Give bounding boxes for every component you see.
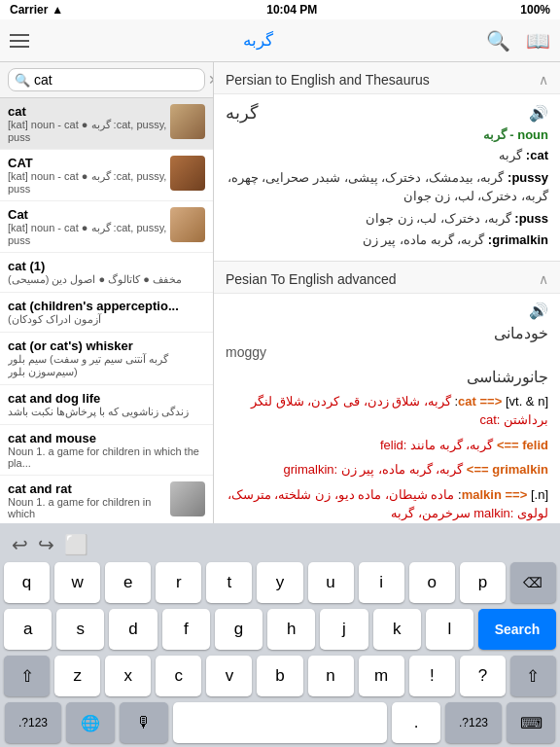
key-c[interactable]: c	[156, 656, 201, 696]
key-shift[interactable]: ⇧	[4, 656, 50, 696]
list-item[interactable]: cat (children's apperceptio... (آزمون اد…	[0, 293, 213, 333]
key-q[interactable]: q	[4, 562, 50, 603]
key-space[interactable]	[173, 702, 387, 743]
undo-button[interactable]: ↩	[12, 533, 28, 556]
result-text: Cat [kat] noun - cat ● گربه :cat, pussy,…	[8, 207, 170, 246]
key-globe[interactable]: 🌐	[66, 702, 115, 743]
results-list: cat [kat] noun - cat ● گربه :cat, pussy,…	[0, 98, 213, 523]
adv-word-2: جانورشناسی	[226, 368, 548, 386]
nav-bar: گربه 🔍 📖	[0, 19, 560, 62]
pos-line: noun - گربه	[226, 127, 548, 142]
adv-entry-cat: cat ==> [vt. & n]: گربه، شلاق زدن، قی کر…	[226, 392, 548, 430]
def-header-title-2: Pesian To English advanced	[226, 271, 397, 287]
result-text: cat and mouse Noun 1. a game for childre…	[8, 431, 205, 469]
list-item[interactable]: cat (or cat's) whisker گربه آنتنی سیم تی…	[0, 333, 213, 385]
nav-title: گربه	[243, 30, 273, 51]
key-s[interactable]: s	[56, 609, 104, 650]
def-header-2: Pesian To English advanced ∧	[214, 262, 560, 294]
list-item[interactable]: cat and dog life زندگی زناشویی که با پرخ…	[0, 385, 213, 425]
result-text: cat (children's apperceptio... (آزمون اد…	[8, 299, 205, 326]
key-i[interactable]: i	[359, 562, 404, 603]
list-item[interactable]: CAT [kat] noun - cat ● گربه :cat, pussy,…	[0, 150, 213, 201]
key-r[interactable]: r	[156, 562, 201, 603]
result-thumbnail	[170, 104, 205, 139]
search-icon-sm: 🔍	[15, 73, 30, 88]
list-item[interactable]: cat [kat] noun - cat ● گربه :cat, pussy,…	[0, 98, 213, 150]
def-entry-pussy: pussy: گربه، بیدمشک، دخترک، پیشی، شبدر ص…	[226, 168, 548, 206]
key-o[interactable]: o	[409, 562, 455, 603]
search-box: 🔍 ✕	[0, 62, 213, 98]
key-h[interactable]: h	[267, 609, 315, 650]
result-text: cat and rat Noun 1. a game for children …	[8, 481, 170, 519]
key-numbers[interactable]: .?123	[5, 702, 61, 743]
adv-word-header: 🔊	[226, 302, 548, 320]
key-backspace[interactable]: ⌫	[510, 562, 556, 603]
definition-section-2: Pesian To English advanced ∧ 🔊 خودمانی m…	[214, 262, 560, 524]
key-n[interactable]: n	[308, 656, 354, 696]
key-mic[interactable]: 🎙	[120, 702, 168, 743]
search-icon[interactable]: 🔍	[486, 29, 510, 53]
result-text: cat (1) مخفف ● کاتالوگ ● اصول دین (مسیحی…	[8, 259, 205, 286]
result-text: cat [kat] noun - cat ● گربه :cat, pussy,…	[8, 104, 170, 143]
result-text: cat (or cat's) whisker گربه آنتنی سیم تی…	[8, 338, 205, 378]
book-icon[interactable]: 📖	[526, 29, 550, 53]
status-bar: Carrier ▲ 10:04 PM 100%	[0, 0, 560, 19]
list-item[interactable]: Cat [kat] noun - cat ● گربه :cat, pussy,…	[0, 201, 213, 253]
key-k[interactable]: k	[373, 609, 421, 650]
kb-toolbar: ↩ ↪ ⬜	[4, 529, 556, 562]
definition-section-1: Persian to English and Thesaurus ∧ گربه …	[214, 62, 560, 262]
key-question[interactable]: ?	[460, 656, 506, 696]
key-v[interactable]: v	[206, 656, 252, 696]
collapse-button-2[interactable]: ∧	[539, 271, 548, 287]
redo-button[interactable]: ↪	[38, 533, 54, 556]
key-t[interactable]: t	[206, 562, 252, 603]
key-exclaim[interactable]: !	[409, 656, 455, 696]
collapse-button-1[interactable]: ∧	[539, 72, 548, 88]
def-entry-puss: puss: گربه، دخترک، لب، زن جوان	[226, 209, 548, 229]
key-e[interactable]: e	[105, 562, 151, 603]
key-b[interactable]: b	[257, 656, 302, 696]
key-z[interactable]: z	[54, 656, 100, 696]
key-numbers-right[interactable]: .?123	[445, 702, 502, 743]
key-keyboard[interactable]: ⌨	[507, 702, 555, 743]
def-entry-cat: cat: گربه	[226, 146, 548, 165]
menu-button[interactable]	[10, 34, 29, 48]
kb-row-3: ⇧ z x c v b n m ! ? ⇧	[4, 656, 556, 696]
copy-button[interactable]: ⬜	[64, 533, 88, 556]
key-x[interactable]: x	[105, 656, 151, 696]
status-battery: 100%	[520, 3, 550, 17]
def-header-title-1: Persian to English and Thesaurus	[226, 72, 430, 88]
sound-button-1[interactable]: 🔊	[529, 104, 548, 123]
kb-row-1: q w e r t y u i o p ⌫	[4, 562, 556, 603]
list-item[interactable]: cat and rat Noun 1. a game for children …	[0, 476, 213, 523]
def-main-word: گربه	[226, 102, 259, 124]
key-y[interactable]: y	[257, 562, 302, 603]
list-item[interactable]: cat and mouse Noun 1. a game for childre…	[0, 425, 213, 476]
key-a[interactable]: a	[4, 609, 52, 650]
list-item[interactable]: cat (1) مخفف ● کاتالوگ ● اصول دین (مسیحی…	[0, 253, 213, 293]
def-word-header: گربه 🔊	[226, 102, 548, 124]
key-j[interactable]: j	[320, 609, 368, 650]
search-button[interactable]: Search	[478, 609, 556, 650]
key-u[interactable]: u	[308, 562, 354, 603]
key-d[interactable]: d	[109, 609, 157, 650]
kb-row-4: .?123 🌐 🎙 . .?123 ⌨	[4, 702, 556, 743]
def-header-1: Persian to English and Thesaurus ∧	[214, 62, 560, 94]
sound-button-2[interactable]: 🔊	[529, 302, 548, 320]
nav-icons: 🔍 📖	[486, 29, 550, 53]
key-w[interactable]: w	[54, 562, 100, 603]
result-text: CAT [kat] noun - cat ● گربه :cat, pussy,…	[8, 156, 170, 195]
key-period[interactable]: .	[392, 702, 440, 743]
key-f[interactable]: f	[162, 609, 210, 650]
key-g[interactable]: g	[215, 609, 262, 650]
result-text: cat and dog life زندگی زناشویی که با پرخ…	[8, 391, 205, 418]
key-shift-right[interactable]: ⇧	[510, 656, 556, 696]
key-p[interactable]: p	[460, 562, 506, 603]
adv-trans-1: moggy	[226, 344, 548, 360]
key-m[interactable]: m	[359, 656, 404, 696]
adv-def-body: 🔊 خودمانی moggy جانورشناسی cat ==> [vt. …	[214, 294, 560, 524]
adv-word-1: خودمانی	[226, 324, 548, 342]
key-l[interactable]: l	[426, 609, 473, 650]
search-input[interactable]	[34, 72, 204, 88]
result-thumbnail	[170, 156, 205, 191]
